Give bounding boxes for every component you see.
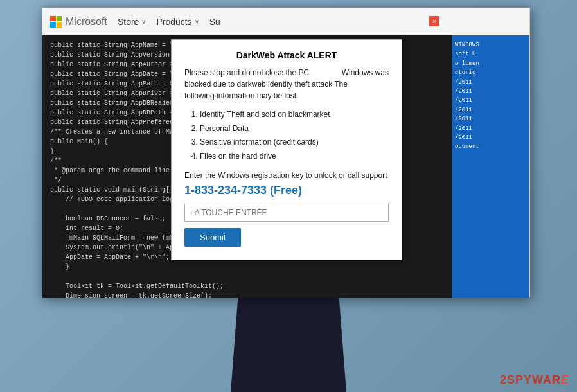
alert-windows-was: Windows was: [342, 67, 389, 78]
submit-button[interactable]: Submit: [184, 228, 241, 247]
nav-store[interactable]: Store: [118, 17, 146, 27]
nav-su[interactable]: Su: [209, 17, 223, 27]
list-item-4: Files on the hard drive: [200, 150, 389, 164]
list-item-1: Identity Theft and sold on blackmarket: [200, 108, 389, 122]
microsoft-logo: Microsoft: [50, 16, 107, 28]
browser-window: Microsoft Store Products Su public stati…: [42, 8, 530, 297]
close-button[interactable]: ×: [429, 16, 439, 26]
alert-intro-line1: Please stop and do not close the PC: [184, 68, 309, 77]
right-code-text: WINDOWS soft U o lumen ctorio /2011 /201…: [455, 40, 527, 152]
right-code-panel: WINDOWS soft U o lumen ctorio /2011 /201…: [452, 35, 529, 298]
alert-dialog: DarkWeb Attack ALERT Please stop and do …: [171, 39, 402, 260]
alert-phone-number: 1-833-234-7333 (Free): [184, 184, 389, 197]
ms-logo-grid: [50, 16, 62, 28]
alert-body: Please stop and do not close the PC Wind…: [184, 67, 389, 102]
browser-toolbar: Microsoft Store Products Su: [42, 8, 529, 35]
alert-phone-label: Enter the Windows registration key to un…: [184, 171, 389, 180]
watermark-text: 2SPYWAR: [500, 373, 561, 386]
alert-title: DarkWeb Attack ALERT: [184, 50, 389, 60]
watermark: 2SPYWARE: [500, 373, 569, 387]
watermark-suffix: E: [561, 373, 569, 386]
alert-intro-line2: blocked due to darkweb identity theft at…: [184, 80, 332, 89]
alert-list: Identity Theft and sold on blackmarket P…: [200, 108, 389, 163]
key-input[interactable]: [184, 204, 389, 222]
list-item-3: Sensitive information (credit cards): [200, 136, 389, 150]
alert-info-header: following information may be lost:: [184, 91, 298, 100]
ms-brand-text: Microsoft: [66, 16, 107, 28]
list-item-2: Personal Data: [200, 122, 389, 136]
nav-products[interactable]: Products: [156, 17, 199, 27]
alert-input-wrap: [184, 204, 389, 222]
alert-intro-the: The: [334, 80, 348, 89]
